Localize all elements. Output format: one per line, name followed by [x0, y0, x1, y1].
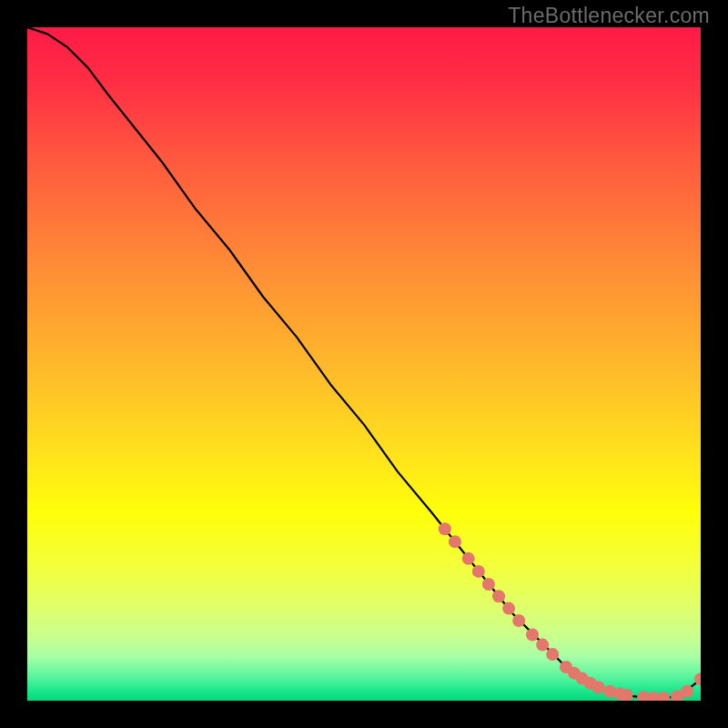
- highlight-dot: [592, 681, 605, 693]
- highlight-dot: [536, 639, 549, 652]
- highlight-dot: [492, 590, 505, 602]
- highlight-dot: [462, 552, 475, 565]
- highlight-dot: [681, 685, 693, 698]
- watermark-label: TheBottlenecker.com: [508, 4, 710, 28]
- plot-svg: [27, 27, 701, 701]
- highlight-dot: [439, 522, 451, 535]
- gradient-backdrop: [27, 27, 701, 701]
- highlight-dot: [526, 628, 539, 641]
- highlight-dot: [472, 565, 485, 578]
- highlight-dot: [449, 535, 461, 548]
- plot-area: [27, 27, 701, 701]
- highlight-dot: [502, 602, 515, 615]
- highlight-dot: [546, 648, 559, 661]
- highlight-dot: [482, 578, 495, 591]
- highlight-dot: [512, 614, 525, 627]
- chart-stage: TheBottlenecker.com: [0, 0, 728, 728]
